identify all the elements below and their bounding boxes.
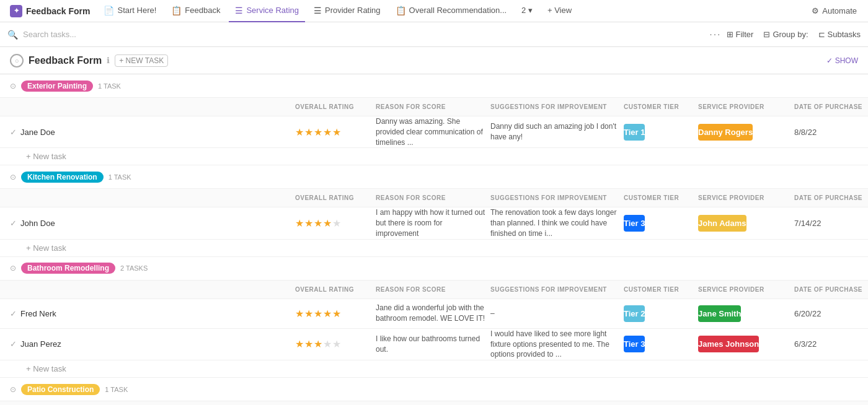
task-name-cell: ✓ John Doe	[10, 219, 295, 228]
reason-cell: Danny was amazing. She provided clear co…	[376, 116, 490, 147]
col-header-date_of_purchase: DATE OF PURCHASE	[794, 286, 868, 293]
app-logo[interactable]: ✦ Feedback Form	[5, 5, 95, 17]
star-full: ★	[304, 217, 313, 229]
provider-badge: John Adams	[698, 215, 746, 232]
col-header-suggestions: SUGGESTIONS FOR IMPROVEMENT	[490, 103, 624, 110]
new-task-row-bathroom_remodelling[interactable]: + New task	[0, 360, 868, 378]
star-full: ★	[295, 338, 304, 350]
group-tag-kitchen_renovation: Kitchen Renovation	[21, 172, 104, 183]
group-count-exterior_painting: 1 TASK	[98, 82, 121, 90]
tab-service-rating[interactable]: ☰ Service Rating	[229, 0, 305, 22]
tab-add-view[interactable]: + View	[541, 0, 578, 22]
col-header-service_provider: SERVICE PROVIDER	[698, 194, 794, 201]
reason-cell: I like how our bathrooms turned out.	[376, 334, 490, 355]
subtasks-label: Subtasks	[828, 30, 861, 39]
new-task-row-exterior_painting[interactable]: + New task	[0, 148, 868, 165]
automate-button[interactable]: ⚙ Automate	[805, 4, 863, 18]
col-header-customer_tier: CUSTOMER TIER	[624, 103, 698, 110]
task-check-icon[interactable]: ✓	[10, 339, 17, 349]
tab-start-icon: 📄	[104, 6, 114, 15]
group-toggle-exterior_painting[interactable]: ⊙	[10, 82, 16, 90]
search-right: ⊞ Filter ⊟ Group by: ⊏ Subtasks	[727, 30, 861, 39]
star-full: ★	[332, 308, 341, 320]
new-task-row-kitchen_renovation[interactable]: + New task	[0, 240, 868, 257]
tier-cell: Tier 3	[624, 339, 698, 349]
star-full: ★	[314, 126, 322, 138]
group-toggle-bathroom_remodelling[interactable]: ⊙	[10, 264, 16, 272]
tab-provider-rating[interactable]: ☰ Provider Rating	[308, 0, 387, 22]
reason-cell: Jane did a wonderful job with the bathro…	[376, 303, 490, 324]
tab-start-label: Start Here!	[117, 6, 156, 15]
task-name[interactable]: John Doe	[20, 219, 55, 228]
search-bar: 🔍 ··· ⊞ Filter ⊟ Group by: ⊏ Subtasks	[0, 22, 868, 47]
tier-cell: Tier 3	[624, 219, 698, 228]
automate-label: Automate	[822, 6, 857, 15]
logo-icon: ✦	[10, 5, 22, 17]
subtasks-icon: ⊏	[818, 30, 825, 39]
suggestion-cell: I would have liked to see more light fix…	[490, 329, 624, 360]
page-title: Feedback Form	[29, 55, 102, 66]
provider-badge: Danny Rogers	[698, 124, 753, 141]
provider-badge: Jane Smith	[698, 305, 741, 322]
tab-count[interactable]: 2 ▾	[515, 0, 539, 22]
col-header-suggestions: SUGGESTIONS FOR IMPROVEMENT	[490, 194, 624, 201]
group-header-patio_construction: ⊙ Patio Construction 1 TASK	[0, 378, 868, 401]
provider-cell: James Johnson	[698, 339, 794, 349]
group-by-button[interactable]: ⊟ Group by:	[763, 30, 808, 39]
group-count-bathroom_remodelling: 2 TASKS	[120, 264, 148, 272]
search-more-button[interactable]: ···	[709, 29, 721, 40]
col-header-reason_for_score: REASON FOR SCORE	[376, 194, 490, 201]
group-header-kitchen_renovation: ⊙ Kitchen Renovation 1 TASK	[0, 165, 868, 189]
search-icon: 🔍	[7, 30, 18, 40]
tab-provider-rating-icon: ☰	[314, 6, 322, 15]
star-full: ★	[332, 126, 341, 138]
tab-overall-rec[interactable]: 📋 Overall Recommendation...	[389, 0, 513, 22]
rating-cell: ★★★★★	[295, 308, 376, 320]
top-nav: ✦ Feedback Form 📄 Start Here! 📋 Feedback…	[0, 0, 868, 22]
col-header-customer_tier: CUSTOMER TIER	[624, 194, 698, 201]
column-headers: OVERALL RATINGREASON FOR SCORESUGGESTION…	[0, 281, 868, 299]
column-headers: OVERALL RATINGREASON FOR SCORESUGGESTION…	[0, 98, 868, 116]
group-count-patio_construction: 1 TASK	[105, 386, 128, 393]
date-cell: 8/8/22	[794, 128, 868, 137]
task-name-cell: ✓ Jane Doe	[10, 128, 295, 137]
col-header-suggestions: SUGGESTIONS FOR IMPROVEMENT	[490, 286, 624, 293]
subtasks-button[interactable]: ⊏ Subtasks	[818, 30, 861, 39]
col-header-overall_rating: OVERALL RATING	[295, 103, 376, 110]
filter-button[interactable]: ⊞ Filter	[727, 30, 754, 39]
automate-icon: ⚙	[812, 6, 819, 15]
rating-cell: ★★★★★	[295, 217, 376, 229]
group-by-label: Group by:	[773, 30, 808, 39]
tab-feedback[interactable]: 📋 Feedback	[165, 0, 226, 22]
tier-badge: Tier 3	[624, 215, 645, 232]
star-full: ★	[304, 126, 313, 138]
tab-overall-rec-label: Overall Recommendation...	[409, 6, 507, 15]
suggestion-cell: Danny did such an amazing job I don't ha…	[490, 121, 624, 142]
tab-start[interactable]: 📄 Start Here!	[97, 0, 162, 22]
search-input[interactable]	[23, 30, 704, 39]
star-full: ★	[304, 308, 313, 320]
group-kitchen_renovation: ⊙ Kitchen Renovation 1 TASK OVERALL RATI…	[0, 165, 868, 256]
task-name[interactable]: Juan Perez	[20, 339, 61, 349]
task-name[interactable]: Jane Doe	[20, 128, 55, 137]
provider-cell: Jane Smith	[698, 309, 794, 318]
group-tag-bathroom_remodelling: Bathroom Remodelling	[21, 263, 115, 274]
tab-count-label: 2 ▾	[521, 6, 533, 15]
group-exterior_painting: ⊙ Exterior Painting 1 TASK OVERALL RATIN…	[0, 74, 868, 165]
tier-badge: Tier 2	[624, 305, 645, 322]
star-empty: ★	[323, 338, 332, 350]
col-header-service_provider: SERVICE PROVIDER	[698, 286, 794, 293]
collapse-toggle[interactable]: ○	[10, 54, 24, 68]
new-task-button[interactable]: + NEW TASK	[115, 54, 168, 67]
star-rating: ★★★★★	[295, 126, 376, 138]
task-check-icon[interactable]: ✓	[10, 128, 17, 137]
group-toggle-patio_construction[interactable]: ⊙	[10, 385, 16, 394]
col-header-overall_rating: OVERALL RATING	[295, 194, 376, 201]
show-button[interactable]: ✓ SHOW	[826, 56, 858, 65]
task-name[interactable]: Fred Nerk	[20, 309, 56, 318]
info-icon[interactable]: ℹ	[107, 56, 110, 65]
task-check-icon[interactable]: ✓	[10, 219, 17, 228]
group-toggle-kitchen_renovation[interactable]: ⊙	[10, 173, 16, 181]
task-check-icon[interactable]: ✓	[10, 309, 17, 318]
group-header-exterior_painting: ⊙ Exterior Painting 1 TASK	[0, 74, 868, 98]
